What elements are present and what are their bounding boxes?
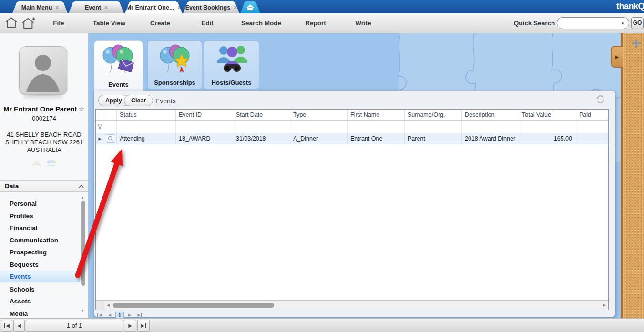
sidebar-item-prospecting[interactable]: Prospecting <box>0 246 80 258</box>
tab-sponsorships[interactable]: Sponsorships <box>147 40 202 90</box>
sidebar-item-profiles[interactable]: Profiles <box>0 210 80 222</box>
row-detail-button[interactable] <box>106 134 115 143</box>
filter-cell[interactable] <box>233 121 290 133</box>
chevron-up-icon[interactable] <box>79 185 84 188</box>
filter-funnel-icon <box>97 124 102 130</box>
cell-first-name: Entrant One <box>348 133 405 144</box>
sidebar-item-communication[interactable]: Communication <box>0 234 80 246</box>
contact-name: Mr Entrant One Parent☆ <box>0 105 88 113</box>
home-tab[interactable] <box>240 1 260 13</box>
sidebar-item-bequests[interactable]: Bequests <box>0 259 80 271</box>
filter-cell[interactable] <box>576 121 608 133</box>
balloons-star-icon <box>156 43 194 75</box>
column-header-paid[interactable]: Paid <box>576 110 608 121</box>
scroll-right-icon[interactable]: ▶ <box>601 303 608 307</box>
menu-bar: File Table View Create Edit Search Mode … <box>0 13 644 33</box>
data-section-header[interactable]: Data <box>0 180 88 192</box>
events-panel: Apply Clear Events Status Event ID Start… <box>94 91 615 317</box>
avatar-reflection <box>23 95 63 101</box>
sidebar-item-financial[interactable]: Financial <box>0 222 80 234</box>
balloons-envelope-icon <box>100 43 137 75</box>
column-header-description[interactable]: Description <box>462 110 519 121</box>
tab-label: Event <box>85 4 101 11</box>
sidebar-item-schools[interactable]: Schools <box>0 283 80 295</box>
grid-corner-cell <box>104 110 117 121</box>
record-next-button[interactable]: ▶ <box>124 320 136 332</box>
filter-cell[interactable] <box>117 121 176 133</box>
menu-file[interactable]: File <box>53 20 64 27</box>
clear-button[interactable]: Clear <box>124 95 153 106</box>
tab-label: Main Menu <box>21 4 52 11</box>
window-tab-event-bookings[interactable]: Event Bookings × <box>183 1 239 13</box>
panel-expand-handle[interactable]: ▶ <box>611 46 623 68</box>
window-tab-mr-entrant-one[interactable]: Mr Entrant One... × <box>125 1 182 13</box>
table-row[interactable]: ▶ Attending 18_AWARD 31/03/2018 A_Dinner… <box>96 133 608 144</box>
person-flag-icon <box>32 160 41 167</box>
tab-hosts-guests[interactable]: Hosts/Guests <box>204 40 259 90</box>
menu-table-view[interactable]: Table View <box>93 20 126 27</box>
cell-event-id: 18_AWARD <box>176 133 233 144</box>
scroll-left-icon[interactable]: ◀ <box>104 303 112 307</box>
home-button-icon[interactable] <box>5 17 18 29</box>
data-section-label: Data <box>5 182 19 190</box>
menu-edit[interactable]: Edit <box>201 20 214 27</box>
menu-report[interactable]: Report <box>305 20 326 27</box>
scrollbar-corner <box>96 301 104 310</box>
scroll-up-icon[interactable]: ▲ <box>81 195 84 200</box>
close-icon[interactable]: × <box>55 5 59 10</box>
refresh-icon[interactable] <box>595 95 605 103</box>
cell-status: Attending <box>117 133 176 144</box>
window-tab-main-menu[interactable]: Main Menu × <box>12 1 68 13</box>
close-icon[interactable]: × <box>104 5 108 10</box>
chevron-right-icon: ▶ <box>615 54 619 60</box>
sidebar-scrollbar-thumb[interactable] <box>81 201 85 286</box>
tab-events[interactable]: Events <box>94 40 143 91</box>
window-tab-event[interactable]: Event × <box>69 1 124 13</box>
address-line: 41 SHELLY BEACH ROAD <box>0 131 88 139</box>
scroll-down-icon[interactable]: ▼ <box>81 309 84 313</box>
column-header-first-name[interactable]: First Name <box>348 110 405 121</box>
record-prev-button[interactable]: ◀ <box>13 320 25 332</box>
menu-write[interactable]: Write <box>355 20 371 27</box>
column-header-event-id[interactable]: Event ID <box>176 110 233 121</box>
add-icon[interactable] <box>632 39 641 48</box>
grid-header-row: Status Event ID Start Date Type First Na… <box>96 110 608 121</box>
record-last-button[interactable]: ▶ <box>137 320 150 332</box>
quick-search-input[interactable]: ▼ <box>557 17 629 29</box>
filter-cell[interactable] <box>176 121 233 133</box>
tab-label: Event Bookings <box>185 4 230 11</box>
column-header-status[interactable]: Status <box>117 110 176 121</box>
sidebar-item-assets[interactable]: Assets <box>0 295 80 307</box>
home-icon <box>246 4 254 10</box>
tab-label: Mr Entrant One... <box>126 4 174 11</box>
grid-empty-area <box>96 144 608 300</box>
filter-cell[interactable] <box>462 121 519 133</box>
favorite-star-icon[interactable]: ☆ <box>78 105 84 113</box>
menu-search-mode[interactable]: Search Mode <box>241 20 281 27</box>
panel-title: Events <box>155 97 176 105</box>
menu-create[interactable]: Create <box>150 20 170 27</box>
scrollbar-thumb[interactable] <box>113 303 274 308</box>
home-add-button-icon[interactable] <box>21 17 36 30</box>
record-first-button[interactable]: ◀ <box>1 320 12 332</box>
sidebar-item-media[interactable]: Media <box>0 308 80 319</box>
grid-horizontal-scrollbar: ◀ ▶ <box>96 300 608 310</box>
sidebar-data-list: Personal Profiles Financial Communicatio… <box>0 192 88 318</box>
column-header-start-date[interactable]: Start Date <box>233 110 290 121</box>
filter-row-indicator <box>96 121 104 133</box>
filter-cell[interactable] <box>290 121 348 133</box>
address-line: SHELLY BEACH NSW 2261 <box>0 139 88 146</box>
close-icon[interactable]: × <box>177 5 181 10</box>
close-icon[interactable]: × <box>234 5 237 10</box>
filter-cell[interactable] <box>348 121 405 133</box>
column-header-total-value[interactable]: Total Value <box>519 110 576 121</box>
sidebar-item-personal[interactable]: Personal <box>0 198 80 210</box>
column-header-surname-org[interactable]: Surname/Org. <box>405 110 462 121</box>
chevron-down-icon[interactable]: ▼ <box>621 21 624 26</box>
cell-description: 2018 Award Dinner <box>462 133 519 144</box>
sidebar-item-events[interactable]: Events <box>0 271 80 282</box>
go-button[interactable]: GO <box>631 17 644 29</box>
column-header-type[interactable]: Type <box>290 110 348 121</box>
filter-cell[interactable] <box>405 121 462 133</box>
filter-cell[interactable] <box>519 121 576 133</box>
